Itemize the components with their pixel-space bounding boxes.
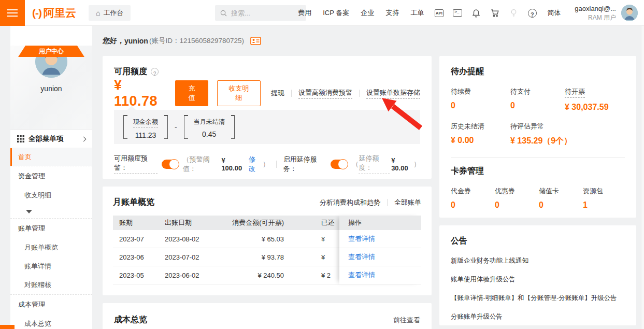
nav-item-support[interactable]: 支持 — [385, 8, 399, 18]
hamburger-menu-icon[interactable] — [0, 0, 25, 26]
cell-repaid: ¥ — [321, 253, 325, 261]
suspend-service-label: 启用延停服务： — [283, 155, 327, 174]
stat-pending-invoice[interactable]: 待开票 ¥ 30,037.59 — [565, 87, 625, 112]
sidebar-item-income-expense[interactable]: 收支明细 — [10, 186, 92, 205]
analyze-consumption-link[interactable]: 分析消费构成和趋势 — [320, 198, 380, 207]
quota-help-icon[interactable] — [151, 68, 159, 76]
greeting-name: yunion — [124, 37, 148, 45]
set-bill-storage-link[interactable]: 设置账单数据存储 — [366, 88, 420, 99]
bulb-icon[interactable] — [508, 8, 519, 18]
cost-overview-card: 成本总览 前往查看 — [103, 303, 432, 329]
unsettled-group: 当月未结清 0.45 — [184, 115, 235, 139]
bell-icon[interactable] — [470, 8, 482, 18]
billing-title: 月账单概览 — [113, 197, 154, 208]
recharge-button[interactable]: 充值 — [175, 80, 208, 106]
quota-alert-toggle[interactable] — [162, 160, 179, 169]
user-role: RAM 用户 — [575, 13, 616, 22]
account-menu[interactable]: gaoxianqi@... RAM 用户 — [575, 4, 616, 22]
logo-mark: (-) — [32, 7, 41, 19]
stat-stored-value-cards[interactable]: 储值卡 0 — [539, 186, 583, 210]
cell-period: 2023-07 — [113, 235, 165, 243]
suspend-service-toggle[interactable] — [331, 160, 348, 169]
cell-repaid: ¥ 2 — [321, 271, 331, 279]
stat-resource-packages[interactable]: 资源包 1 — [583, 186, 625, 210]
set-high-consumption-alert-link[interactable]: 设置高额消费预警 — [298, 88, 352, 99]
chevron-right-icon — [81, 136, 87, 141]
sidebar-group-cost[interactable]: 成本管理 — [10, 295, 92, 314]
sidebar-item-home[interactable]: 首页 — [10, 148, 92, 166]
view-details-link[interactable]: 查看详情 — [348, 270, 375, 280]
scrollbar[interactable] — [641, 26, 644, 329]
sidebar-group-funds[interactable]: 资金管理 — [10, 166, 92, 186]
announcement-link[interactable]: 账单使用体验升级公告 — [451, 275, 625, 284]
sidebar-item-bill-details[interactable]: 账单详情 — [10, 257, 92, 276]
avatar[interactable] — [621, 5, 638, 21]
id-card-icon[interactable] — [250, 37, 261, 45]
view-details-link[interactable]: 查看详情 — [348, 234, 375, 244]
col-action: 操作 — [339, 216, 421, 230]
go-view-link[interactable]: 前往查看 — [393, 316, 420, 325]
announcement-link[interactable]: 【账单详情-明细账单】和【分账管理-分账账单】升级公告 — [451, 294, 625, 303]
sidebar-profile: 用户中心 yunion — [10, 46, 92, 130]
all-menu-label: 全部菜单项 — [28, 134, 64, 144]
income-expense-button[interactable]: 收支明细 — [217, 80, 261, 106]
nav-item-billing[interactable]: 费用 — [298, 8, 311, 18]
col-issue-date: 出账日期 — [165, 218, 242, 227]
workbench-label: 工作台 — [103, 8, 123, 18]
cash-balance-group: 现金余额 111.23 — [123, 115, 168, 139]
sidebar-item-monthly-bills[interactable]: 月账单概览 — [10, 238, 92, 257]
terminal-icon[interactable] — [452, 9, 463, 17]
api-icon[interactable] — [433, 9, 445, 17]
stat-pending-payment[interactable]: 待支付 0 — [510, 87, 565, 112]
suspend-quota-label[interactable]: 延停额度： — [359, 154, 390, 174]
cart-icon[interactable] — [489, 8, 500, 18]
stat-historical-unsettled[interactable]: 历史未结清 ¥ 0.00 — [451, 121, 510, 147]
coupons-title: 卡券管理 — [451, 166, 625, 177]
stat-coupons[interactable]: 优惠券 0 — [495, 186, 539, 210]
sidebar-group-bills[interactable]: 账单管理 — [10, 219, 92, 238]
col-period: 账期 — [113, 218, 165, 227]
available-quota-card: 可用额度 ¥ 110.78 充值 收支明细 提现 设置高额消费预警 设置账单数据… — [103, 56, 432, 179]
cell-repaid: ¥ — [321, 235, 325, 243]
announcement-link[interactable]: 分账账单升级公告 — [451, 312, 625, 321]
logo-text: 阿里云 — [44, 6, 76, 20]
stat-renewal[interactable]: 待续费 0 — [451, 87, 510, 112]
nav-item-icp[interactable]: ICP 备案 — [323, 8, 349, 18]
announcement-link[interactable]: 新版企业财务功能上线通知 — [451, 256, 625, 265]
workbench-button[interactable]: ⌂ 工作台 — [89, 5, 131, 21]
alibaba-cloud-logo[interactable]: (-) 阿里云 — [32, 6, 76, 20]
sidebar-collapse-button[interactable] — [10, 205, 92, 218]
suspend-suffix: ） — [413, 160, 420, 169]
sidebar-item-cost-overview[interactable]: 成本总览 — [10, 314, 92, 329]
minus-sign: - — [175, 123, 177, 131]
sidebar-item-reconciliation[interactable]: 对账稽核 — [10, 276, 92, 294]
greeting-hello: 您好， — [103, 36, 124, 46]
user-center-ribbon: 用户中心 — [18, 46, 84, 57]
nav-item-ticket[interactable]: 工单 — [410, 8, 424, 18]
quota-alert-label[interactable]: 可用额度预警： — [114, 154, 158, 174]
withdraw-link[interactable]: 提现 — [271, 89, 284, 98]
all-menu-button[interactable]: 全部菜单项 — [10, 130, 92, 148]
unsettled-label: 当月未结清 — [194, 118, 225, 126]
stat-vouchers[interactable]: 代金券 0 — [451, 186, 495, 210]
nav-item-enterprise[interactable]: 企业 — [361, 8, 374, 18]
todo-title: 待办提醒 — [451, 66, 625, 77]
home-icon: ⌂ — [96, 9, 100, 17]
quota-title: 可用额度 — [114, 66, 147, 77]
announcements-card: 公告 新版企业财务功能上线通知 账单使用体验升级公告 【账单详情-明细账单】和【… — [439, 225, 636, 325]
help-icon[interactable] — [526, 9, 538, 18]
all-bills-link[interactable]: 全部账单 — [394, 198, 421, 207]
user-name: gaoxianqi@... — [575, 4, 616, 13]
language-switch[interactable]: 简体 — [547, 8, 561, 18]
grid-icon — [17, 135, 24, 142]
modify-link[interactable]: 修改 — [249, 155, 261, 174]
view-details-link[interactable]: 查看详情 — [348, 252, 375, 262]
cell-issue-date: 2023-08-02 — [165, 235, 242, 243]
corner-widget[interactable] — [0, 325, 15, 329]
search-input[interactable] — [231, 9, 298, 17]
cash-balance-value: 111.23 — [133, 131, 158, 139]
stat-pending-evaluation[interactable]: 待评估异常 ¥ 135.29（9个） — [510, 121, 625, 147]
monthly-bill-card: 月账单概览 分析消费构成和趋势 全部账单 账期 出账日期 消费金额(可开票) 已… — [103, 187, 432, 295]
cell-issue-date: 2023-07-02 — [165, 253, 242, 261]
cash-balance-label[interactable]: 现金余额 — [133, 118, 158, 127]
